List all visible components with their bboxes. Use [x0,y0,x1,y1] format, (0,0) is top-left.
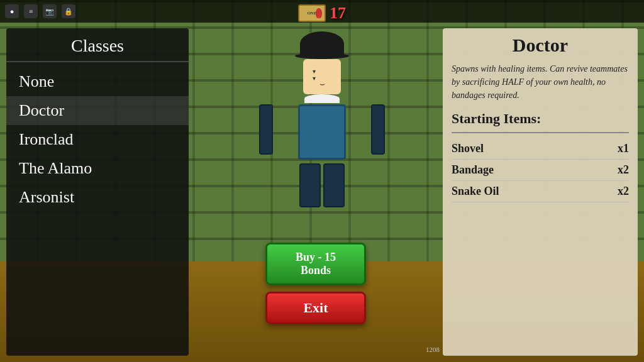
currency-count: 17 [330,4,346,23]
divider [452,132,629,133]
menu-icon[interactable]: ● [5,4,19,18]
classes-panel: Classes None Doctor Ironclad The Alamo A… [6,28,189,356]
class-item-doctor[interactable]: Doctor [6,96,189,125]
character-hat [300,31,344,57]
character-right-arm [371,104,385,155]
class-item-the-alamo[interactable]: The Alamo [6,154,189,183]
item-row-bandage: Bandage x2 [452,160,629,181]
item-name-shovel: Shovel [452,142,484,155]
buy-button-line1: Buy - 15 [296,251,336,263]
class-item-none[interactable]: None [6,67,189,96]
currency-display: ONE 17 [298,4,346,23]
buy-button[interactable]: Buy - 15 Bonds [265,243,366,285]
item-name-snake-oil: Snake Oil [452,185,499,198]
character-torso [298,104,346,160]
character-right-leg [323,163,345,207]
doctor-description: Spawns with healing items. Can revive te… [452,62,629,102]
doctor-title: Doctor [452,35,629,56]
class-item-ironclad[interactable]: Ironclad [6,125,189,154]
currency-icon: ONE [298,4,326,22]
starting-items-title: Starting Items: [452,111,629,127]
item-name-bandage: Bandage [452,163,494,177]
lock-icon[interactable]: 🔒 [62,4,75,18]
character-left-leg [299,163,321,207]
character-legs [259,163,385,207]
item-row-snake-oil: Snake Oil x2 [452,181,629,202]
class-item-arsonist[interactable]: Arsonist [6,183,189,212]
item-qty-shovel: x1 [618,142,629,155]
character-collar [304,94,340,103]
classes-title: Classes [6,28,189,62]
item-qty-snake-oil: x2 [618,185,629,198]
version-badge: 1208 [426,346,440,353]
character-display [259,31,385,220]
buy-button-line2: Bonds [301,264,331,277]
class-list: None Doctor Ironclad The Alamo Arsonist [6,62,189,217]
doctor-panel: Doctor Spawns with healing items. Can re… [443,28,638,356]
item-row-shovel: Shovel x1 [452,138,629,160]
character-head [303,59,341,94]
hamburger-icon[interactable]: ≡ [24,4,38,18]
exit-button[interactable]: Exit [265,292,366,324]
camera-icon[interactable]: 📷 [43,4,57,18]
item-qty-bandage: x2 [618,163,629,177]
character-left-arm [259,104,273,155]
